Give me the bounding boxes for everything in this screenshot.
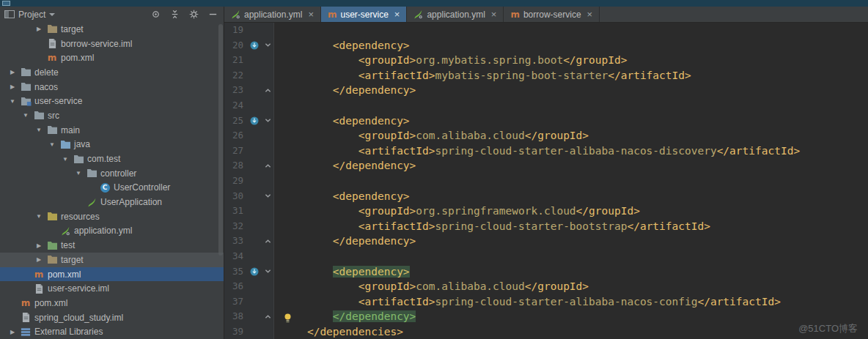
fold-down-icon[interactable] xyxy=(262,113,274,129)
tree-item-user-service-iml[interactable]: user-service.iml xyxy=(0,281,224,296)
line-number: 24 xyxy=(224,98,246,113)
editor-line-36[interactable]: 36 <groupId>com.alibaba.cloud</groupId> xyxy=(224,279,868,294)
editor-line-28[interactable]: 28 </dependency> xyxy=(224,158,868,174)
tree-item-pom-xml[interactable]: mpom.xml xyxy=(0,51,224,65)
fold-up-icon[interactable] xyxy=(262,158,274,174)
tree-item-external-libraries[interactable]: ▶External Libraries xyxy=(0,324,224,339)
hide-icon[interactable] xyxy=(207,10,218,20)
tree-item-spring-cloud-study-iml[interactable]: spring_cloud_study.iml xyxy=(0,310,224,325)
fold-down-icon[interactable] xyxy=(262,38,274,53)
editor-line-22[interactable]: 22 <artifactId>mybatis-spring-boot-start… xyxy=(224,68,868,83)
tree-item-pom-xml[interactable]: mpom.xml xyxy=(0,296,224,310)
tree-item-resources[interactable]: ▼resources xyxy=(0,209,224,224)
code-editor[interactable]: 1920 <dependency>21 <groupId>org.mybatis… xyxy=(224,23,868,339)
maven-dep-icon[interactable] xyxy=(246,264,262,280)
expand-arrow-icon[interactable]: ▶ xyxy=(6,83,19,90)
tab-application-yml[interactable]: application.yml× xyxy=(407,7,504,22)
tree-item-label: target xyxy=(59,24,84,34)
editor-line-24[interactable]: 24 xyxy=(224,98,868,113)
editor-line-35[interactable]: 35 <dependency> xyxy=(224,264,868,280)
tree-item-borrow-service-iml[interactable]: borrow-service.iml xyxy=(0,37,224,51)
fold-down-icon[interactable] xyxy=(262,189,274,204)
line-number: 30 xyxy=(224,189,246,204)
module-folder-icon xyxy=(19,97,32,106)
editor-line-27[interactable]: 27 <artifactId>spring-cloud-starter-alib… xyxy=(224,144,868,159)
tree-item-label: com.test xyxy=(85,154,120,164)
editor-line-32[interactable]: 32 <artifactId>spring-cloud-starter-boot… xyxy=(224,219,868,234)
expand-arrow-icon[interactable]: ▶ xyxy=(6,69,19,75)
locate-icon[interactable] xyxy=(150,10,161,20)
tree-item-com-test[interactable]: ▼com.test xyxy=(0,152,224,166)
package-folder-icon xyxy=(72,154,85,164)
tree-item-nacos[interactable]: ▶nacos xyxy=(0,80,224,94)
collapse-arrow-icon[interactable]: ▼ xyxy=(45,141,59,148)
editor-line-21[interactable]: 21 <groupId>org.mybatis.spring.boot</gro… xyxy=(224,53,868,68)
collapse-arrow-icon[interactable]: ▼ xyxy=(19,112,32,119)
tree-item-userapplication[interactable]: UserApplication xyxy=(0,195,224,209)
collapse-arrow-icon[interactable]: ▼ xyxy=(32,127,45,133)
tab-borrow-service[interactable]: mborrow-service× xyxy=(504,7,600,22)
collapse-arrow-icon[interactable]: ▼ xyxy=(32,213,45,220)
editor-line-26[interactable]: 26 <groupId>com.alibaba.cloud</groupId> xyxy=(224,128,868,144)
test-folder-icon xyxy=(45,241,59,250)
code-text: </dependency> xyxy=(274,83,416,98)
tree-item-src[interactable]: ▼src xyxy=(0,108,224,123)
collapse-arrow-icon[interactable]: ▼ xyxy=(72,170,85,176)
fold-spacer xyxy=(262,324,274,339)
tree-scrollbar[interactable] xyxy=(218,24,223,256)
editor-line-37[interactable]: 37 <artifactId>spring-cloud-starter-alib… xyxy=(224,294,868,310)
editor-line-39[interactable]: 39 </dependencies> xyxy=(224,324,868,339)
project-panel-title[interactable]: Project xyxy=(18,10,45,20)
editor-line-31[interactable]: 31 <groupId>org.springframework.cloud</g… xyxy=(224,204,868,219)
tree-item-java[interactable]: ▼java xyxy=(0,138,224,152)
editor-line-30[interactable]: 30 <dependency> xyxy=(224,189,868,204)
fold-up-icon[interactable] xyxy=(262,83,274,98)
code-text: </dependency> xyxy=(274,309,416,324)
tree-item-application-yml[interactable]: application.yml xyxy=(0,224,224,239)
fold-up-icon[interactable] xyxy=(262,234,274,249)
tree-item-controller[interactable]: ▼controller xyxy=(0,166,224,181)
tree-item-label: resources xyxy=(59,212,100,222)
collapse-arrow-icon[interactable]: ▼ xyxy=(59,156,72,163)
tree-item-user-service[interactable]: ▼user-service xyxy=(0,94,224,108)
expand-arrow-icon[interactable]: ▶ xyxy=(32,26,45,32)
expand-arrow-icon[interactable]: ▶ xyxy=(6,329,19,335)
collapse-all-icon[interactable] xyxy=(169,10,180,20)
project-dropdown-icon[interactable] xyxy=(49,13,55,16)
project-tree: ▶targetborrow-service.imlmpom.xml▶delete… xyxy=(0,22,224,339)
expand-arrow-icon[interactable]: ▶ xyxy=(32,256,45,263)
editor-line-33[interactable]: 33 </dependency> xyxy=(224,234,868,249)
close-tab-icon[interactable]: × xyxy=(587,10,593,19)
tab-application-yml[interactable]: application.yml× xyxy=(224,7,321,22)
tree-item-target[interactable]: ▶target xyxy=(0,22,224,37)
tree-item-main[interactable]: ▼main xyxy=(0,123,224,138)
expand-arrow-icon[interactable]: ▶ xyxy=(32,242,45,249)
line-number: 23 xyxy=(224,83,246,98)
tree-item-test[interactable]: ▶test xyxy=(0,238,224,253)
editor-line-23[interactable]: 23 </dependency> xyxy=(224,83,868,98)
tab-user-service[interactable]: muser-service× xyxy=(321,7,407,22)
close-tab-icon[interactable]: × xyxy=(394,10,400,19)
editor-line-29[interactable]: 29 xyxy=(224,174,868,189)
maven-dep-icon[interactable] xyxy=(246,113,262,129)
line-number: 34 xyxy=(224,249,246,264)
fold-up-icon[interactable] xyxy=(262,309,274,324)
collapse-arrow-icon[interactable]: ▼ xyxy=(6,98,19,105)
tree-item-usercontroller[interactable]: CUserController xyxy=(0,181,224,195)
editor-line-25[interactable]: 25 <dependency> xyxy=(224,113,868,129)
code-text: <dependency> xyxy=(274,264,410,280)
tree-item-delete[interactable]: ▶delete xyxy=(0,65,224,80)
tree-item-label: java xyxy=(72,139,90,149)
fold-down-icon[interactable] xyxy=(262,264,274,280)
editor-line-38[interactable]: 38 </dependency> xyxy=(224,309,868,324)
close-tab-icon[interactable]: × xyxy=(491,10,497,19)
editor-line-19[interactable]: 19 xyxy=(224,23,868,38)
settings-icon[interactable] xyxy=(188,10,199,20)
line-number: 36 xyxy=(224,279,246,294)
tree-item-target[interactable]: ▶target xyxy=(0,253,224,267)
editor-line-20[interactable]: 20 <dependency> xyxy=(224,38,868,53)
close-tab-icon[interactable]: × xyxy=(308,10,314,19)
editor-line-34[interactable]: 34 xyxy=(224,249,868,264)
maven-dep-icon[interactable] xyxy=(246,38,262,53)
tree-item-pom-xml[interactable]: mpom.xml xyxy=(0,267,224,282)
